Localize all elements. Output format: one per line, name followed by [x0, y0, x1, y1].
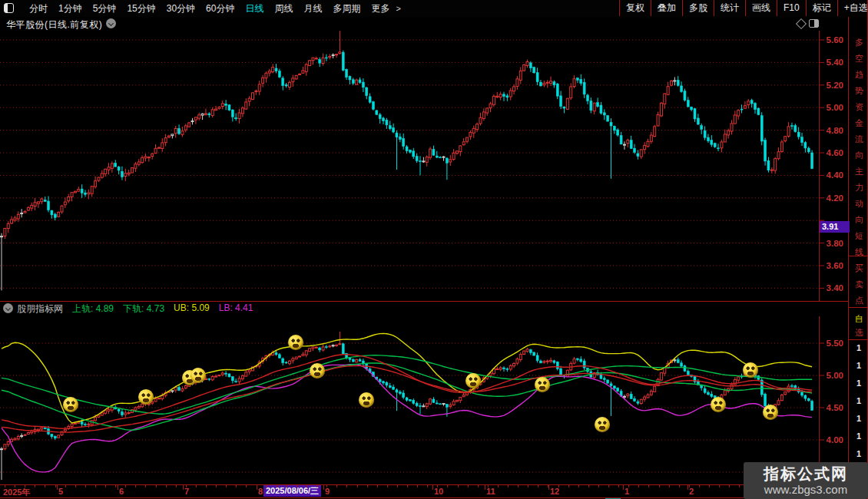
- toolbar-button-叠加[interactable]: 叠加: [651, 0, 682, 16]
- minor-tick: [246, 485, 247, 487]
- candle-body: [157, 147, 160, 148]
- split-view-icon[interactable]: [809, 19, 819, 28]
- candle-body: [78, 422, 80, 424]
- minor-tick: [598, 485, 599, 487]
- candle-body: [1, 236, 3, 237]
- toolbar-button-统计[interactable]: 统计: [714, 0, 745, 16]
- strip-number: 1: [856, 361, 866, 370]
- candle-body: [359, 359, 361, 361]
- period-tab-周线[interactable]: 周线: [269, 0, 298, 17]
- candle-body: [479, 117, 482, 124]
- candle-body: [573, 359, 575, 364]
- period-tab-日线[interactable]: 日线: [240, 0, 269, 17]
- candle-body: [208, 114, 210, 115]
- strip-number: 1: [856, 449, 866, 458]
- toolbar-button-多股[interactable]: 多股: [682, 0, 714, 16]
- candle-body: [171, 391, 174, 392]
- period-tab-分时[interactable]: 分时: [24, 0, 53, 17]
- minor-tick: [729, 485, 730, 487]
- candle-body: [64, 202, 66, 205]
- candle-body: [258, 84, 260, 91]
- month-tick: [548, 485, 549, 490]
- candle-body: [27, 208, 29, 210]
- strip-label-char: 空: [855, 53, 866, 69]
- candle-body: [764, 394, 767, 406]
- minor-tick: [387, 485, 388, 487]
- month-label-1: 1: [624, 487, 629, 496]
- candle-body: [121, 171, 123, 177]
- candle-body: [292, 359, 294, 361]
- period-tab-1分钟[interactable]: 1分钟: [53, 0, 88, 17]
- candle-body: [630, 394, 632, 398]
- candle-body: [513, 363, 515, 365]
- candle-body: [506, 96, 509, 97]
- candle-body: [617, 388, 619, 391]
- candle-body: [64, 429, 66, 431]
- candle-body: [4, 228, 6, 236]
- candle-body: [409, 399, 411, 401]
- candle-body: [121, 411, 123, 415]
- main-candlestick-chart[interactable]: 5.605.405.205.004.804.604.404.203.803.60…: [0, 31, 848, 301]
- strip-label-char: 买: [855, 263, 866, 279]
- candle-body: [393, 387, 395, 389]
- candle-body: [644, 145, 646, 149]
- candle-body: [687, 372, 689, 375]
- period-tab-多周期[interactable]: 多周期: [327, 0, 366, 17]
- chevron-down-icon[interactable]: [106, 18, 116, 28]
- minor-tick: [35, 485, 35, 487]
- toolbar-button-F10[interactable]: F10: [777, 0, 806, 16]
- candle-body: [607, 116, 609, 122]
- candle-body: [623, 144, 625, 145]
- period-tab-30分钟[interactable]: 30分钟: [161, 0, 200, 17]
- minor-tick: [588, 485, 589, 487]
- candle-body: [386, 382, 388, 385]
- toolbar-button-标记[interactable]: 标记: [806, 0, 837, 16]
- candle-body: [41, 199, 43, 202]
- candle-body: [807, 148, 810, 152]
- more-arrow-icon[interactable]: >: [395, 4, 400, 13]
- minor-tick: [336, 485, 337, 487]
- candle-body: [51, 210, 53, 215]
- toolbar-button-复权[interactable]: 复权: [619, 0, 651, 16]
- period-tab-月线[interactable]: 月线: [298, 0, 327, 17]
- candle-body: [597, 103, 599, 107]
- minor-tick: [145, 485, 146, 487]
- period-tab-60分钟[interactable]: 60分钟: [200, 0, 240, 17]
- candle-body: [98, 177, 100, 180]
- candle-body: [429, 149, 432, 157]
- smiley-signal-icon: [359, 392, 374, 408]
- candle-body: [637, 154, 639, 157]
- panel-toggle-icon[interactable]: [4, 3, 14, 13]
- candle-body: [161, 143, 164, 149]
- candle-body: [637, 402, 639, 403]
- candle-body: [644, 397, 646, 399]
- candle-body: [737, 111, 740, 116]
- candle-body: [529, 350, 532, 353]
- period-tab-更多[interactable]: 更多: [366, 0, 395, 17]
- candle-body: [369, 97, 371, 102]
- candle-body: [204, 379, 207, 380]
- month-tick: [485, 485, 485, 490]
- period-tab-15分钟[interactable]: 15分钟: [121, 0, 161, 17]
- strip-tab-select[interactable]: 选: [855, 327, 866, 343]
- candle-body: [787, 127, 790, 137]
- candle-body: [617, 130, 619, 135]
- candle-body: [610, 384, 612, 386]
- period-tab-5分钟[interactable]: 5分钟: [88, 0, 122, 17]
- candle-body: [151, 154, 154, 156]
- candle-body: [108, 409, 110, 411]
- candle-body: [282, 359, 284, 363]
- candle-body: [54, 436, 56, 438]
- toolbar-button-+自选[interactable]: +自选: [837, 0, 868, 16]
- candle-body: [747, 101, 750, 105]
- candle-body: [128, 413, 130, 414]
- minor-tick: [236, 485, 237, 487]
- strip-label-char: 多: [855, 37, 866, 53]
- indicator-collapse-icon[interactable]: [3, 303, 13, 313]
- candle-body: [339, 52, 341, 54]
- candle-body: [147, 157, 150, 158]
- candle-body: [396, 133, 398, 137]
- toolbar-button-画线[interactable]: 画线: [745, 0, 777, 16]
- candle-body: [634, 148, 636, 152]
- minor-tick: [538, 485, 538, 487]
